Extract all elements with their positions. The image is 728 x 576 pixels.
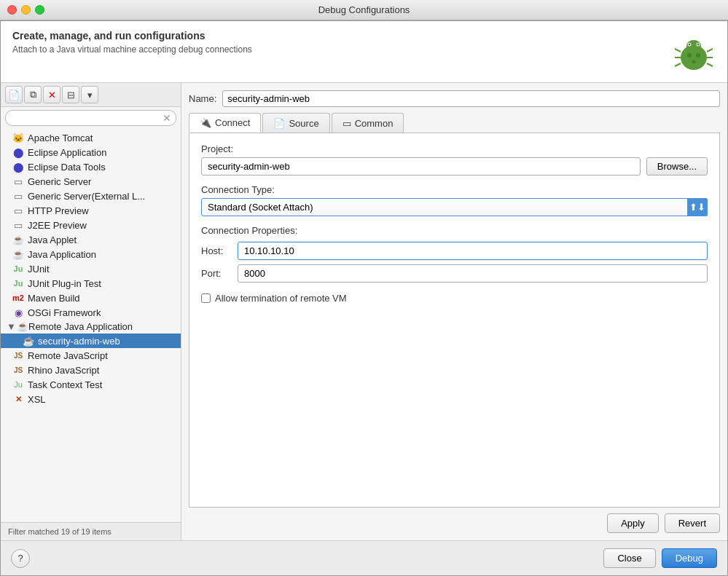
tree-item-label: Eclipse Data Tools <box>28 162 106 173</box>
debug-button[interactable]: Debug <box>662 548 717 568</box>
tree-item-rhino-javascript[interactable]: JS Rhino JavaScript <box>1 363 181 377</box>
tree-item-j2ee-preview[interactable]: ▭ J2EE Preview <box>1 218 181 232</box>
header-text: Create, manage, and run configurations A… <box>12 30 252 55</box>
tree-item-osgi[interactable]: ◉ OSGi Framework <box>1 305 181 320</box>
right-panel: Name: 🔌 Connect 📄 Source ▭ Common <box>181 83 727 540</box>
window-controls <box>7 5 44 15</box>
eclipse-app-icon: ⬤ <box>12 146 24 158</box>
tree-item-label: HTTP Preview <box>28 205 89 216</box>
tree-group-remote-java[interactable]: ▼ ☕ Remote Java Application <box>1 320 181 334</box>
delete-config-button[interactable]: ✕ <box>43 86 60 103</box>
apply-button[interactable]: Apply <box>607 513 659 533</box>
left-toolbar: 📄 ⧉ ✕ ⊟ ▾ <box>1 83 181 107</box>
new-icon: 📄 <box>8 90 20 100</box>
java-applet-icon: ☕ <box>12 234 24 245</box>
tree-item-generic-server[interactable]: ▭ Generic Server <box>1 174 181 189</box>
project-row: Browse... <box>201 157 708 175</box>
svg-point-5 <box>697 44 699 45</box>
connection-type-section: Connection Type: Standard (Socket Attach… <box>201 184 708 216</box>
tab-connect[interactable]: 🔌 Connect <box>189 113 261 133</box>
window-title: Debug Configurations <box>318 4 410 15</box>
port-input[interactable] <box>238 264 708 283</box>
host-input[interactable] <box>238 242 708 260</box>
name-label: Name: <box>189 93 216 104</box>
junit-icon: Ju <box>12 263 24 275</box>
name-input[interactable] <box>222 90 720 107</box>
http-preview-icon: ▭ <box>12 205 24 216</box>
tree-item-apache-tomcat[interactable]: 🐱 Apache Tomcat <box>1 130 181 145</box>
svg-point-4 <box>689 44 690 45</box>
tree-item-maven-build[interactable]: m2 Maven Build <box>1 291 181 305</box>
new-config-button[interactable]: 📄 <box>5 86 23 103</box>
source-icon: 📄 <box>273 118 285 129</box>
generic-server-ext-icon: ▭ <box>12 190 24 202</box>
tree-item-generic-server-ext[interactable]: ▭ Generic Server(External L... <box>1 189 181 203</box>
tree-item-label: JUnit Plug-in Test <box>28 278 101 289</box>
collapse-button[interactable]: ⊟ <box>62 86 79 103</box>
svg-point-8 <box>692 60 696 64</box>
browse-button[interactable]: Browse... <box>646 157 708 175</box>
host-label: Host: <box>201 245 238 256</box>
tree-item-junit[interactable]: Ju JUnit <box>1 261 181 276</box>
host-row: Host: <box>201 242 708 260</box>
tree-item-http-preview[interactable]: ▭ HTTP Preview <box>1 203 181 218</box>
tree-item-eclipse-application[interactable]: ⬤ Eclipse Application <box>1 145 181 159</box>
close-button[interactable]: Close <box>603 548 655 568</box>
tab-connect-label: Connect <box>215 117 250 128</box>
tab-common[interactable]: ▭ Common <box>332 113 404 133</box>
minimize-window-button[interactable] <box>21 5 31 15</box>
header-banner: Create, manage, and run configurations A… <box>1 21 727 83</box>
tree-item-remote-javascript[interactable]: JS Remote JavaScript <box>1 348 181 363</box>
tree-item-label: Java Applet <box>28 234 77 245</box>
revert-button[interactable]: Revert <box>665 513 720 533</box>
tree-item-task-context[interactable]: Ju Task Context Test <box>1 377 181 392</box>
tab-bar: 🔌 Connect 📄 Source ▭ Common <box>189 113 720 133</box>
connection-type-select[interactable]: Standard (Socket Attach) Standard (Socke… <box>201 198 708 216</box>
tab-common-label: Common <box>355 118 394 129</box>
tree-item-security-admin-web[interactable]: ☕ security-admin-web <box>1 334 181 348</box>
header-title: Create, manage, and run configurations <box>12 30 252 42</box>
connection-props-label: Connection Properties: <box>201 225 708 236</box>
project-input[interactable] <box>201 157 641 175</box>
close-window-button[interactable] <box>7 5 17 15</box>
maximize-window-button[interactable] <box>35 5 44 15</box>
task-context-icon: Ju <box>12 379 24 390</box>
tab-source[interactable]: 📄 Source <box>262 113 329 133</box>
prop-table: Host: Port: <box>201 242 708 283</box>
tree-item-label: Task Context Test <box>28 379 102 390</box>
tree-item-eclipse-data-tools[interactable]: ⬤ Eclipse Data Tools <box>1 159 181 174</box>
tree-item-java-application[interactable]: ☕ Java Application <box>1 247 181 261</box>
tab-source-label: Source <box>289 118 318 129</box>
tree-item-junit-plugin[interactable]: Ju JUnit Plug-in Test <box>1 276 181 291</box>
main-window: Create, manage, and run configurations A… <box>0 20 728 576</box>
help-button[interactable]: ? <box>11 549 30 568</box>
tree-item-label: Generic Server(External L... <box>28 191 145 202</box>
search-input[interactable] <box>10 113 163 123</box>
allow-termination-row: Allow termination of remote VM <box>201 293 708 304</box>
duplicate-config-button[interactable]: ⧉ <box>24 86 42 103</box>
tree-item-label: security-admin-web <box>38 336 120 347</box>
j2ee-preview-icon: ▭ <box>12 219 24 231</box>
tab-content-connect: Project: Browse... Connection Type: Stan… <box>189 133 720 508</box>
svg-line-14 <box>707 63 713 66</box>
tree-item-label: XSL <box>28 394 46 405</box>
debug-icon <box>672 30 716 74</box>
tree-item-xsl[interactable]: ✕ XSL <box>1 392 181 406</box>
remote-java-icon: ☕ <box>17 321 28 332</box>
connection-type-label: Connection Type: <box>201 184 708 195</box>
filter-button[interactable]: ▾ <box>81 86 98 103</box>
allow-termination-checkbox[interactable] <box>201 293 211 303</box>
eclipse-data-icon: ⬤ <box>12 161 24 173</box>
tree-item-label: Java Application <box>28 249 96 260</box>
svg-point-7 <box>696 53 700 58</box>
tree-item-label: JUnit <box>28 264 50 275</box>
search-clear-button[interactable]: ✕ <box>163 112 171 124</box>
delete-icon: ✕ <box>48 90 56 100</box>
collapse-icon: ⊟ <box>67 90 75 100</box>
bottom-bar: ? Close Debug <box>1 540 727 575</box>
tree-item-java-applet[interactable]: ☕ Java Applet <box>1 232 181 247</box>
search-box: ✕ <box>5 110 176 126</box>
port-label: Port: <box>201 268 238 279</box>
remote-js-icon: JS <box>12 350 24 361</box>
connection-type-wrapper: Standard (Socket Attach) Standard (Socke… <box>201 198 708 216</box>
